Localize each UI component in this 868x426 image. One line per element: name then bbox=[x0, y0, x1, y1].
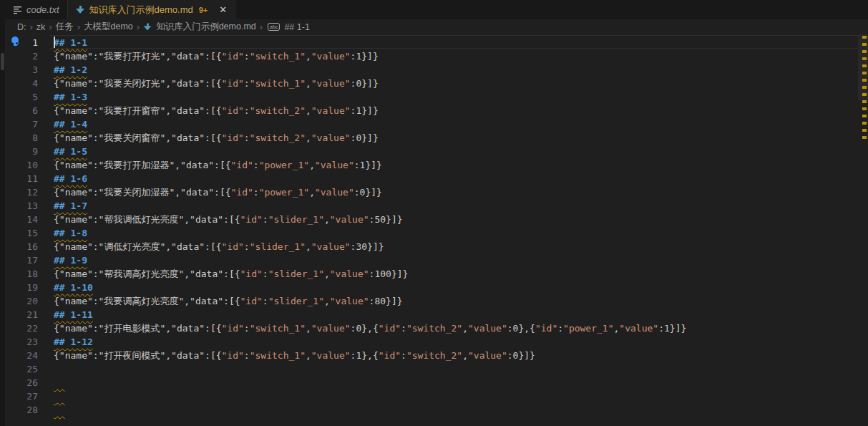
code-token: : bbox=[244, 323, 250, 334]
code-token: "value" bbox=[311, 105, 351, 116]
code-token: :0} bbox=[351, 323, 367, 334]
code-token: {"name":"调低灯光亮度","data":[ bbox=[54, 241, 216, 252]
code-token: "value" bbox=[468, 350, 507, 361]
code-token: : bbox=[263, 296, 268, 306]
code-token: , bbox=[306, 105, 311, 116]
breadcrumb-folder-renwu[interactable]: 任务 bbox=[56, 21, 74, 33]
code-token: "value" bbox=[311, 51, 351, 62]
line-number[interactable]: 19 bbox=[5, 281, 38, 294]
code-line[interactable]: {"name":"打开电影模式","data":[{"id":"switch_1… bbox=[54, 321, 858, 335]
code-token: "value" bbox=[311, 132, 351, 143]
line-number[interactable]: 26 bbox=[5, 376, 38, 389]
breadcrumb-symbol[interactable]: ## 1-1 bbox=[284, 22, 309, 32]
line-number[interactable]: 25 bbox=[5, 362, 38, 376]
code-line[interactable]: ## 1-5 bbox=[54, 145, 858, 158]
overview-ruler bbox=[862, 34, 867, 426]
code-line[interactable]: {"name":"帮我调低灯光亮度","data":[{"id":"slider… bbox=[54, 213, 858, 226]
code-line[interactable]: {"name":"我要调高灯光亮度","data":[{"id":"slider… bbox=[54, 294, 858, 308]
code-token: :1} bbox=[351, 350, 367, 361]
breadcrumb-folder-zk[interactable]: zk bbox=[36, 22, 46, 32]
code-line[interactable]: ## 1-10 bbox=[54, 281, 858, 294]
line-number[interactable]: 28 bbox=[5, 403, 38, 417]
warning-mark bbox=[862, 57, 867, 60]
code-line[interactable]: ## 1-1 bbox=[54, 36, 858, 49]
code-token: "id" bbox=[240, 296, 263, 306]
line-number[interactable]: 5 bbox=[5, 90, 38, 104]
breadcrumb-folder-damoxing-demo[interactable]: 大模型demo bbox=[84, 21, 133, 33]
line-number[interactable]: 15 bbox=[5, 226, 38, 240]
line-number[interactable]: 3 bbox=[5, 63, 38, 77]
code-line[interactable] bbox=[54, 362, 858, 376]
code-editor[interactable]: 1234567891011121314151617181920212223242… bbox=[5, 34, 868, 426]
line-number[interactable]: 9 bbox=[5, 145, 38, 158]
code-line[interactable] bbox=[54, 389, 858, 403]
code-line[interactable]: ## 1-3 bbox=[54, 90, 858, 104]
line-number[interactable]: 2 bbox=[5, 49, 38, 63]
code-line[interactable] bbox=[54, 403, 858, 417]
code-line[interactable]: ## 1-9 bbox=[54, 253, 858, 267]
code-token: {"name":"我要关闭加湿器","data":[ bbox=[54, 187, 225, 198]
code-token: {"name":"我要打开灯光","data":[ bbox=[54, 51, 216, 62]
code-line[interactable]: {"name":"我要打开窗帘","data":[{"id":"switch_2… bbox=[54, 104, 858, 117]
code-line[interactable]: {"name":"帮我调高灯光亮度","data":[{"id":"slider… bbox=[54, 267, 858, 281]
breadcrumb-drive[interactable]: D: bbox=[17, 22, 26, 32]
code-token: "power_1" bbox=[563, 323, 613, 334]
code-line[interactable]: ## 1-4 bbox=[54, 117, 858, 131]
code-token: "id" bbox=[231, 187, 253, 198]
code-line[interactable]: ## 1-8 bbox=[54, 226, 858, 240]
code-token: {"name":"我要打开加湿器","data":[ bbox=[54, 160, 225, 170]
code-line[interactable]: {"name":"我要关闭窗帘","data":[{"id":"switch_2… bbox=[54, 131, 858, 145]
line-number[interactable]: 16 bbox=[5, 240, 38, 253]
activity-bar-edge bbox=[0, 0, 5, 426]
line-number[interactable]: 11 bbox=[5, 172, 38, 185]
line-number[interactable]: 22 bbox=[5, 321, 38, 335]
code-token: :0} bbox=[351, 132, 367, 143]
line-number[interactable]: 12 bbox=[5, 185, 38, 199]
tab-demo-md[interactable]: 知识库入门示例demo.md 9+ ✕ bbox=[68, 0, 237, 19]
line-number[interactable]: 21 bbox=[5, 308, 38, 321]
code-line[interactable]: ## 1-6 bbox=[54, 172, 858, 185]
code-line[interactable]: {"name":"我要关闭加湿器","data":[{"id":"power_1… bbox=[54, 185, 858, 199]
code-line[interactable]: {"name":"调低灯光亮度","data":[{"id":"slider_1… bbox=[54, 240, 858, 253]
code-line[interactable]: {"name":"我要关闭灯光","data":[{"id":"switch_1… bbox=[54, 77, 858, 90]
line-number[interactable]: 13 bbox=[5, 199, 38, 213]
code-line[interactable]: {"name":"我要打开加湿器","data":[{"id":"power_1… bbox=[54, 158, 858, 172]
close-icon[interactable]: ✕ bbox=[218, 4, 228, 15]
tab-code-txt[interactable]: code.txt bbox=[5, 0, 68, 19]
warning-mark bbox=[862, 72, 867, 74]
line-number[interactable]: 24 bbox=[5, 349, 38, 362]
line-number[interactable]: 4 bbox=[5, 77, 38, 90]
code-token: , bbox=[306, 241, 311, 252]
line-number[interactable]: 17 bbox=[5, 253, 38, 267]
line-number[interactable]: 6 bbox=[5, 104, 38, 117]
code-content: ## 1-1{"name":"我要打开灯光","data":[{"id":"sw… bbox=[54, 36, 858, 417]
code-line[interactable]: ## 1-12 bbox=[54, 335, 858, 349]
code-token: ]} bbox=[371, 187, 382, 198]
line-number[interactable]: 23 bbox=[5, 335, 38, 349]
code-line[interactable]: {"name":"打开夜间模式","data":[{"id":"switch_1… bbox=[54, 349, 858, 362]
line-number[interactable]: 27 bbox=[5, 389, 38, 403]
code-token: : bbox=[401, 323, 406, 334]
code-line[interactable]: ## 1-11 bbox=[54, 308, 858, 321]
code-line[interactable]: ## 1-2 bbox=[54, 63, 858, 77]
code-line[interactable] bbox=[54, 376, 858, 389]
code-line[interactable]: {"name":"我要打开灯光","data":[{"id":"switch_1… bbox=[54, 49, 858, 63]
code-token: "id" bbox=[222, 323, 244, 334]
code-line[interactable]: ## 1-7 bbox=[54, 199, 858, 213]
code-token: "value" bbox=[330, 268, 369, 279]
warning-mark bbox=[862, 64, 867, 67]
line-number[interactable]: 7 bbox=[5, 117, 38, 131]
warning-mark bbox=[862, 43, 867, 46]
markdown-heading: ## 1-5 bbox=[54, 146, 87, 157]
code-token: ]} bbox=[391, 296, 403, 306]
code-token: "switch_1" bbox=[250, 51, 306, 62]
line-number[interactable]: 1 bbox=[5, 36, 38, 49]
line-number[interactable]: 8 bbox=[5, 131, 38, 145]
line-number[interactable]: 18 bbox=[5, 267, 38, 281]
code-token: :0} bbox=[507, 323, 524, 334]
line-number[interactable]: 20 bbox=[5, 294, 38, 308]
code-token: : bbox=[253, 187, 259, 198]
breadcrumb-file[interactable]: 知识库入门示例demo.md bbox=[156, 21, 256, 33]
line-number[interactable]: 10 bbox=[5, 158, 38, 172]
line-number[interactable]: 14 bbox=[5, 213, 38, 226]
